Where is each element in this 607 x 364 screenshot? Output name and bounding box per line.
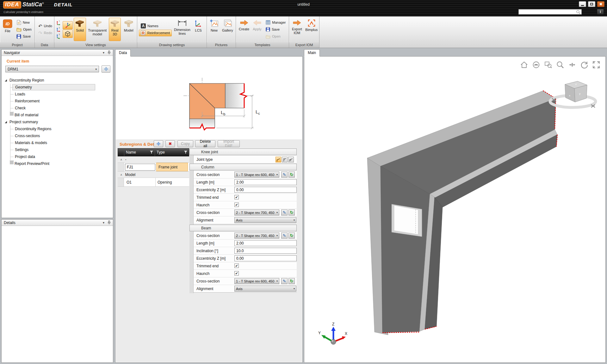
joint-type-option-1-button[interactable] [276, 157, 281, 162]
view-xy-axes-icon[interactable]: Y [56, 20, 61, 26]
new-project-button[interactable]: New [15, 19, 34, 26]
beam-inclination-input[interactable] [234, 248, 297, 254]
tree-node-project-data[interactable]: Project data [10, 153, 113, 160]
bimplus-button[interactable]: Bimplus [304, 18, 319, 41]
real-3d-button[interactable]: Real 3D [109, 18, 121, 41]
redo-button[interactable]: ↷Redo [36, 30, 54, 36]
navigator-collapse-icon[interactable]: ▾ [103, 51, 104, 54]
model-view-button[interactable]: Model [122, 18, 135, 41]
tree-node-discontinuity-region[interactable]: Discontinuity Region [2, 77, 113, 84]
axonometry-view-button[interactable] [63, 21, 73, 29]
maximize-button[interactable] [588, 1, 595, 7]
joint-type-option-2-button[interactable] [282, 157, 288, 162]
tree-node-check[interactable]: Check [10, 105, 113, 112]
table-group-dash[interactable]: ∧ - [118, 156, 189, 163]
save-project-button[interactable]: Save [15, 33, 34, 40]
delete-all-button[interactable]: Delete all [195, 140, 215, 147]
view-direction-icon[interactable] [532, 61, 540, 69]
beam-cross-section-select[interactable]: 2 - T Shape rev 700, 450▾ [234, 233, 279, 239]
tree-node-loads[interactable]: Loads [10, 91, 113, 98]
info-button[interactable]: i [597, 9, 604, 15]
details-collapse-icon[interactable]: ▾ [103, 221, 104, 224]
names-toggle-button[interactable]: A Names [139, 23, 172, 29]
zoom-icon[interactable] [556, 61, 564, 69]
column-eccentricity-input[interactable] [234, 187, 297, 193]
tree-node-geometry[interactable]: Geometry [10, 84, 113, 91]
delete-subregion-button[interactable]: ✖ [165, 140, 175, 147]
file-button[interactable]: ID File [2, 18, 14, 41]
details-pin-icon[interactable] [108, 221, 111, 225]
template-open-button[interactable]: Open [264, 33, 288, 40]
tree-node-report-preview[interactable]: Report Preview/Print [10, 160, 113, 167]
viewport-3d[interactable]: xyz Z Y X [304, 56, 606, 363]
tree-node-reinforcement[interactable]: Reinforcement [10, 98, 113, 105]
reinforcement-toggle-button[interactable]: R Reinforcement [139, 30, 172, 36]
fit-view-icon[interactable] [592, 61, 600, 69]
filter-icon[interactable] [150, 151, 153, 154]
view-cube[interactable]: xyz [548, 76, 600, 110]
tree-node-project-summary[interactable]: Project summary [2, 118, 113, 125]
template-save-button[interactable]: Save [264, 26, 288, 33]
current-item-select[interactable]: DRM1 ▾ [5, 66, 99, 72]
navigator-pin-icon[interactable] [108, 51, 111, 55]
lcs-button[interactable]: LCS [193, 18, 204, 41]
refresh-cross-section-button[interactable]: ↻ [288, 172, 295, 178]
tab-main[interactable]: Main [304, 49, 320, 57]
tree-expander-icon[interactable] [5, 121, 7, 123]
subregion-type-cell[interactable]: Frame joint [156, 163, 188, 171]
search-input[interactable] [519, 9, 576, 14]
column-trimmed-end-checkbox[interactable]: ✔ [234, 195, 239, 199]
refresh-cross-section-button[interactable]: ↻ [288, 233, 295, 239]
template-create-button[interactable]: Create [238, 18, 251, 41]
import-dxf-button[interactable]: Import DXF [218, 140, 240, 147]
export-iom-button[interactable]: Export IOM [291, 18, 303, 41]
rotate-icon[interactable] [580, 61, 588, 69]
close-button[interactable]: ✖ [597, 1, 604, 7]
transparent-model-button[interactable]: Transparent model [87, 18, 108, 41]
add-item-button[interactable] [102, 65, 110, 73]
tree-node-settings[interactable]: Settings [10, 146, 113, 153]
template-apply-button[interactable]: Apply [251, 18, 263, 41]
pan-icon[interactable] [568, 61, 576, 69]
column-haunch-checkbox[interactable]: ✔ [234, 203, 239, 207]
beam-eccentricity-input[interactable] [234, 255, 297, 261]
view-xz-axes-icon[interactable]: Z [56, 27, 61, 32]
solid-view-button[interactable]: Solid [74, 18, 86, 41]
minimize-button[interactable] [579, 1, 586, 7]
beam-alignment-select[interactable]: Axis▾ [234, 286, 296, 292]
table-row-fj1[interactable]: Frame joint [118, 163, 189, 172]
tree-node-materials-models[interactable]: Materials & models [10, 139, 113, 146]
beam-haunch-cross-section-select[interactable]: 1 - T Shape rev 600, 450▾ [234, 278, 279, 284]
column-length-input[interactable] [234, 179, 297, 185]
beam-trimmed-end-checkbox[interactable]: ✔ [234, 264, 239, 268]
refresh-cross-section-button[interactable]: ↻ [288, 278, 295, 284]
edit-cross-section-button[interactable]: ✎ [281, 172, 288, 178]
picture-new-button[interactable]: New [208, 18, 220, 41]
tree-node-bill-of-material[interactable]: Bill of material [10, 112, 113, 118]
beam-haunch-checkbox[interactable]: ✔ [234, 271, 239, 276]
add-subregion-button[interactable] [154, 140, 163, 147]
template-manager-button[interactable]: Manager [264, 19, 288, 26]
tab-data[interactable]: Data [115, 49, 131, 57]
column-cross-section-select[interactable]: 1 - T Shape rev 600, 450▾ [234, 172, 279, 178]
copy-button[interactable]: Copy [177, 140, 193, 147]
beam-length-input[interactable] [234, 240, 297, 246]
edit-cross-section-button[interactable]: ✎ [281, 233, 288, 239]
edit-cross-section-button[interactable]: ✎ [281, 278, 288, 284]
picture-gallery-button[interactable]: Gallery [221, 18, 234, 41]
column-alignment-select[interactable]: Axis▾ [234, 217, 296, 223]
tree-node-cross-sections[interactable]: Cross-sections [10, 132, 113, 139]
table-group-model[interactable]: ∧ Model [118, 172, 189, 178]
open-project-button[interactable]: Open [15, 26, 34, 33]
refresh-cross-section-button[interactable]: ↻ [288, 209, 295, 215]
zoom-window-icon[interactable] [544, 61, 552, 69]
tree-expander-icon[interactable] [5, 79, 7, 82]
column-haunch-cross-section-select[interactable]: 2 - T Shape rev 700, 450▾ [234, 209, 279, 215]
perspective-cube-button[interactable] [63, 30, 73, 38]
home-view-icon[interactable] [520, 61, 528, 69]
view-yz-axes-icon[interactable]: Z [56, 33, 61, 39]
undo-button[interactable]: ↶Undo [36, 23, 54, 29]
dimension-lines-button[interactable]: Dimension lines [173, 18, 192, 41]
edit-cross-section-button[interactable]: ✎ [281, 209, 288, 215]
joint-type-option-3-button[interactable] [288, 157, 294, 162]
